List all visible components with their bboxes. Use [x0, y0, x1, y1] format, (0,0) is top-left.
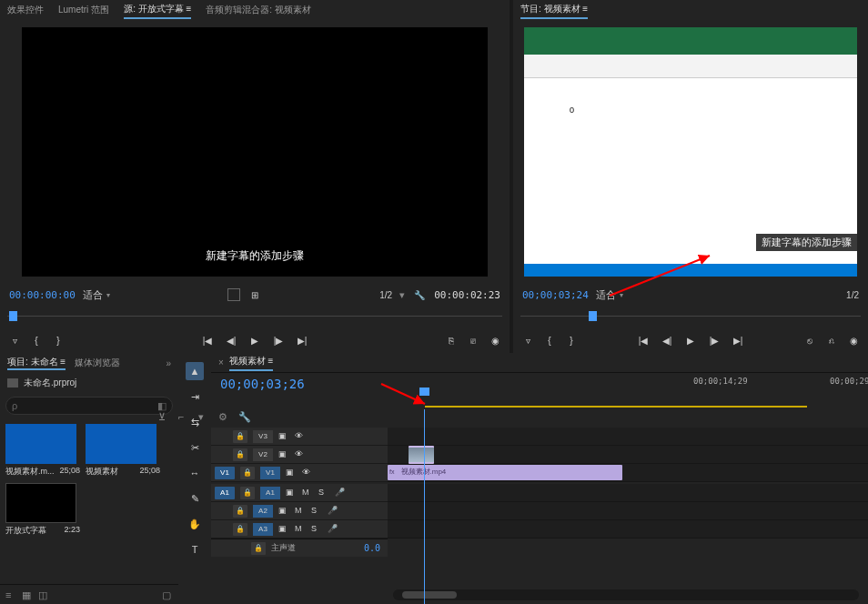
slip-tool-icon[interactable]: ↔	[186, 464, 204, 482]
toggle-output-icon[interactable]: ▣	[278, 506, 289, 517]
mute-icon[interactable]: M	[295, 506, 306, 517]
close-icon[interactable]: ×	[218, 357, 224, 367]
src-patch[interactable]: V1	[215, 467, 235, 479]
pen-tool-icon[interactable]: ✎	[186, 489, 204, 508]
program-zoom[interactable]: 1/2	[846, 290, 859, 300]
mark-out-icon[interactable]: }	[564, 333, 579, 347]
track-body-a3[interactable]	[388, 520, 868, 539]
eye-icon[interactable]: 👁	[295, 431, 306, 442]
toggle-output-icon[interactable]: ▣	[278, 431, 289, 442]
track-select-tool-icon[interactable]: ⇥	[186, 388, 204, 406]
lock-icon[interactable]: 🔒	[233, 430, 247, 443]
voice-icon[interactable]: 🎤	[328, 524, 338, 535]
source-scrubber[interactable]	[7, 307, 502, 326]
overwrite-icon[interactable]: ⎚	[466, 333, 480, 347]
razor-tool-icon[interactable]: ✂	[186, 438, 204, 457]
source-fit-select[interactable]: 适合	[83, 288, 110, 302]
mute-icon[interactable]: M	[295, 524, 306, 535]
master-value[interactable]: 0.0	[364, 543, 380, 553]
solo-icon[interactable]: S	[311, 506, 322, 517]
mute-icon[interactable]: M	[302, 488, 313, 498]
track-body-v2[interactable]	[388, 446, 868, 464]
lift-icon[interactable]: ⎋	[802, 333, 817, 347]
lock-icon[interactable]: 🔒	[233, 523, 247, 536]
tab-lumetri[interactable]: Lumetri 范围	[58, 2, 109, 18]
goto-in-icon[interactable]: |◀	[200, 333, 215, 347]
marker-icon[interactable]: ▾	[198, 411, 211, 424]
toggle-output-icon[interactable]: ▣	[286, 468, 297, 478]
new-bin-icon[interactable]: ▢	[162, 589, 173, 600]
lock-icon[interactable]: 🔒	[240, 467, 255, 479]
timeline-tc[interactable]: 00;00;03;26	[220, 377, 305, 391]
wrench-icon[interactable]: 🔧	[412, 287, 427, 302]
track-header-v2[interactable]: 🔒 V2 ▣ 👁	[211, 446, 388, 464]
mark-out-icon[interactable]: }	[51, 333, 66, 347]
eye-icon[interactable]: 👁	[295, 449, 306, 460]
track-body-a1[interactable]	[388, 484, 868, 502]
link-icon[interactable]: ⌐	[178, 411, 191, 424]
selection-tool-icon[interactable]: ▲	[186, 362, 204, 380]
caption-clip[interactable]	[409, 446, 434, 464]
timeline-playhead-line[interactable]	[424, 409, 425, 604]
play-icon[interactable]: ▶	[247, 333, 262, 347]
step-fwd-icon[interactable]: |▶	[707, 333, 722, 347]
track-header-v1[interactable]: V1 🔒 V1 ▣ 👁	[211, 464, 388, 482]
program-playhead[interactable]	[589, 311, 597, 321]
add-marker-icon[interactable]: ▿	[7, 333, 22, 347]
lock-icon[interactable]: 🔒	[240, 487, 255, 499]
tab-program[interactable]: 节目: 视频素材 ≡	[520, 1, 588, 19]
track-label[interactable]: A2	[253, 505, 273, 518]
toggle-output-icon[interactable]: ▣	[278, 449, 289, 460]
filter-icon[interactable]: ◧	[157, 400, 167, 412]
project-file-row[interactable]: 未命名.prproj	[0, 373, 178, 393]
list-view-icon[interactable]: ≡	[5, 589, 16, 600]
goto-out-icon[interactable]: ▶|	[295, 333, 309, 347]
program-scrubber[interactable]	[520, 307, 861, 326]
track-header-a2[interactable]: 🔒 A2 ▣ M S 🎤	[211, 502, 388, 520]
toggle-output-icon[interactable]: ▣	[286, 488, 297, 498]
add-marker-icon[interactable]: ▿	[520, 333, 535, 347]
extract-icon[interactable]: ⎌	[824, 333, 839, 347]
track-header-a3[interactable]: 🔒 A3 ▣ M S 🎤	[211, 520, 388, 539]
source-playhead[interactable]	[9, 311, 17, 321]
track-label[interactable]: A1	[260, 487, 280, 499]
step-fwd-icon[interactable]: |▶	[271, 333, 286, 347]
track-label[interactable]: A3	[253, 523, 273, 536]
tab-project[interactable]: 项目: 未命名 ≡	[7, 356, 66, 370]
track-label[interactable]: V3	[253, 430, 273, 443]
mark-in-icon[interactable]: {	[542, 333, 557, 347]
lock-icon[interactable]: 🔒	[233, 505, 247, 518]
program-viewer[interactable]: 0 新建字幕的添加步骤	[524, 27, 857, 277]
lock-icon[interactable]: 🔒	[233, 448, 247, 461]
tab-effect-controls[interactable]: 效果控件	[7, 2, 44, 18]
master-track[interactable]: 🔒 主声道 0.0	[211, 539, 388, 557]
bin-item[interactable]: 开放式字幕2:23	[5, 483, 80, 537]
panel-menu-icon[interactable]: »	[166, 358, 171, 368]
toggle-output-icon[interactable]: ▣	[278, 524, 289, 535]
goto-out-icon[interactable]: ▶|	[731, 333, 745, 347]
tab-source-caption[interactable]: 源: 开放式字幕 ≡	[124, 1, 191, 19]
track-header-v3[interactable]: 🔒 V3 ▣ 👁	[211, 428, 388, 446]
step-back-icon[interactable]: ◀|	[224, 333, 238, 347]
video-clip[interactable]: fx 视频素材.mp4	[388, 465, 622, 480]
eye-icon[interactable]: 👁	[302, 468, 313, 478]
track-label[interactable]: V1	[260, 467, 280, 479]
src-patch[interactable]: A1	[215, 487, 235, 499]
export-frame-icon[interactable]: ◉	[846, 333, 861, 347]
freeform-icon[interactable]: ◫	[38, 589, 49, 600]
source-viewer[interactable]: 新建字幕的添加步骤	[22, 27, 488, 277]
safe-margins-icon[interactable]: ⊞	[247, 287, 262, 302]
timeline-ruler[interactable]: 00;00;14;29 00;00;29;29 00;00;44;28	[389, 375, 861, 408]
snap-icon[interactable]: ⊻	[158, 411, 171, 424]
bin-item[interactable]: 视频素材.m...25;08	[5, 424, 80, 478]
goto-in-icon[interactable]: |◀	[636, 333, 651, 347]
tab-media-browser[interactable]: 媒体浏览器	[75, 357, 120, 369]
track-label[interactable]: V2	[253, 448, 273, 461]
timeline-zoom-scrollbar[interactable]	[393, 589, 859, 600]
hand-tool-icon[interactable]: ✋	[186, 515, 204, 533]
project-search[interactable]: ρ ◧	[5, 397, 173, 415]
track-body-a2[interactable]	[388, 502, 868, 520]
stop-icon[interactable]	[227, 288, 240, 301]
track-body-v1[interactable]: fx 视频素材.mp4	[388, 464, 868, 482]
solo-icon[interactable]: S	[311, 524, 322, 535]
